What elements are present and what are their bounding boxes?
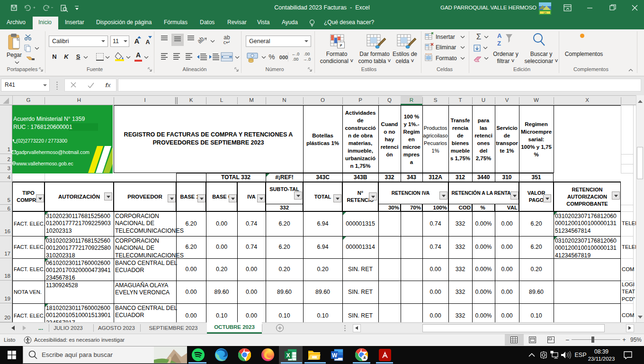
svg-text:W: W [332,352,338,359]
svg-text:VH: VH [544,11,547,14]
svg-text:X: X [286,352,290,359]
svg-text:Z: Z [497,40,501,47]
svg-text:A: A [497,32,502,39]
svg-text:ab: ab [197,35,205,45]
